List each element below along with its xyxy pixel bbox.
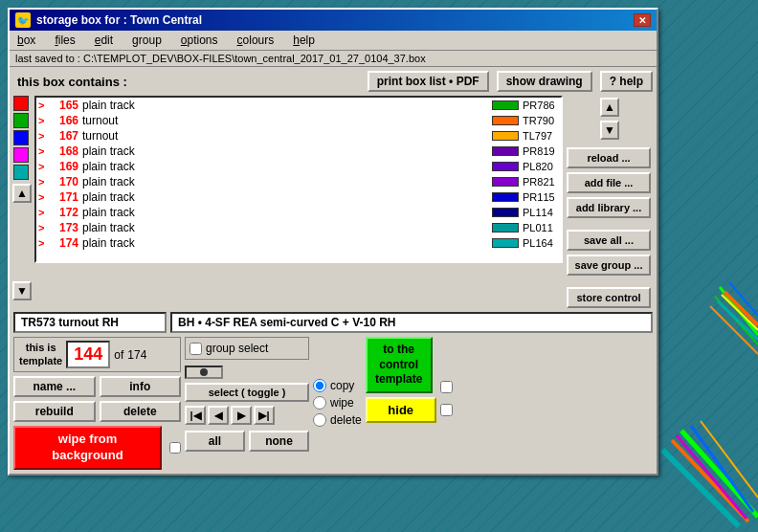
menu-group[interactable]: group [128,33,166,48]
color-indicator [492,131,519,141]
wipe-radio[interactable] [313,396,326,410]
store-control-button[interactable]: store control [567,287,651,308]
of-label: of [114,348,123,362]
list-scroll-up[interactable]: ▲ [600,98,619,117]
color-indicator [492,162,519,171]
path-bar: last saved to : C:\TEMPLOT_DEV\BOX-FILES… [10,51,657,67]
color-indicator [492,238,519,248]
wipe-from-background-button[interactable]: wipe from background [13,426,162,470]
title-bar: 🐦 storage box for : Town Central ✕ [10,10,657,31]
color-indicator [492,116,519,125]
name-button[interactable]: name ... [13,376,96,397]
swatch-red [13,96,29,111]
reload-button[interactable]: reload ... [567,147,651,168]
color-indicator [492,192,519,202]
info-button[interactable]: info [100,376,182,397]
group-select-checkbox[interactable] [190,343,202,355]
list-scroll-area[interactable]: > 165 plain track PR786 > 166 turnout TR… [36,98,561,261]
hide-checkbox[interactable] [440,404,453,416]
item-list[interactable]: > 165 plain track PR786 > 166 turnout TR… [34,96,563,263]
template-label: this is template [19,342,62,366]
list-scroll-down[interactable]: ▼ [600,121,619,140]
nav-next-button[interactable]: ▶ [231,406,252,425]
swatch-cyan [13,165,29,180]
close-button[interactable]: ✕ [634,13,651,27]
color-indicator [492,100,519,110]
list-item[interactable]: > 173 plain track PL011 [36,220,561,235]
nav-last-button[interactable]: ▶| [254,406,275,425]
window-title: storage box for : Town Central [36,13,202,27]
radio-area: copy wipe delete [313,337,362,470]
to-control-template-button[interactable]: to the control template [366,337,433,393]
rebuild-button[interactable]: rebuild [13,401,96,422]
swatch-magenta [13,147,29,163]
status-right: BH • 4-SF REA semi-curved C + V-10 RH [170,312,653,333]
list-item[interactable]: > 167 turnout TL797 [36,128,561,144]
delete-button[interactable]: delete [100,401,182,422]
control-template-checkbox[interactable] [440,381,453,393]
color-indicator [492,223,519,233]
copy-label: copy [330,379,354,392]
path-value: C:\TEMPLOT_DEV\BOX-FILES\town_central_20… [83,53,426,64]
menu-bar: box files edit group options colours hel… [10,31,657,51]
nav-prev-button[interactable]: ◀ [208,406,229,425]
group-select-label: group select [206,342,268,355]
save-group-button[interactable]: save group ... [567,255,651,276]
menu-help[interactable]: help [289,33,319,48]
left-strip: ▲ ▼ [13,96,31,308]
add-library-button[interactable]: add library ... [567,197,651,218]
color-indicator [492,146,519,156]
hide-button[interactable]: hide [366,397,436,423]
menu-colours[interactable]: colours [234,33,279,48]
copy-radio[interactable] [313,379,326,392]
total-label: 174 [127,348,146,362]
nav-controls: |◀ ◀ ▶ ▶| [185,406,309,425]
wipe-checkbox[interactable] [169,442,181,454]
list-item[interactable]: > 174 plain track PL164 [36,235,561,251]
scroll-up-button[interactable]: ▲ [12,184,32,203]
delete-label: delete [330,413,362,427]
list-item[interactable]: > 166 turnout TR790 [36,113,561,128]
wipe-label: wipe [330,396,354,410]
color-indicator [492,208,519,217]
menu-box[interactable]: box [13,33,39,48]
delete-radio[interactable] [313,413,326,427]
color-indicator [492,177,519,187]
menu-options[interactable]: options [177,33,222,48]
save-all-button[interactable]: save all ... [567,230,651,251]
print-button[interactable]: print box list • PDF [368,71,489,92]
box-contains-label: this box contains : [13,75,127,89]
list-item[interactable]: > 165 plain track PR786 [36,98,561,113]
list-item[interactable]: > 171 plain track PR115 [36,189,561,205]
list-item[interactable]: > 168 plain track PR819 [36,144,561,159]
slider-value-display [185,366,223,379]
template-number: 144 [66,341,110,368]
nav-first-button[interactable]: |◀ [185,406,206,425]
all-button[interactable]: all [185,431,245,452]
right-buttons: reload ... add file ... add library ... … [567,147,653,308]
swatch-blue [13,130,29,145]
help-button[interactable]: ? help [600,71,653,92]
menu-files[interactable]: files [51,33,78,48]
list-item[interactable]: > 172 plain track PL114 [36,205,561,220]
path-label: last saved to : [15,53,80,64]
group-select-area: group select [185,337,309,360]
none-button[interactable]: none [249,431,309,452]
menu-edit[interactable]: edit [91,33,117,48]
add-file-button[interactable]: add file ... [567,172,651,193]
app-icon: 🐦 [15,12,31,28]
show-drawing-button[interactable]: show drawing [497,71,592,92]
select-toggle-button[interactable]: select ( toggle ) [185,383,309,402]
svg-line-3 [710,306,758,354]
svg-line-10 [662,450,739,526]
list-item[interactable]: > 170 plain track PR821 [36,174,561,189]
status-left: TR573 turnout RH [13,312,167,333]
list-item[interactable]: > 169 plain track PL820 [36,159,561,174]
swatch-green [13,113,29,128]
scroll-down-button[interactable]: ▼ [12,281,32,300]
